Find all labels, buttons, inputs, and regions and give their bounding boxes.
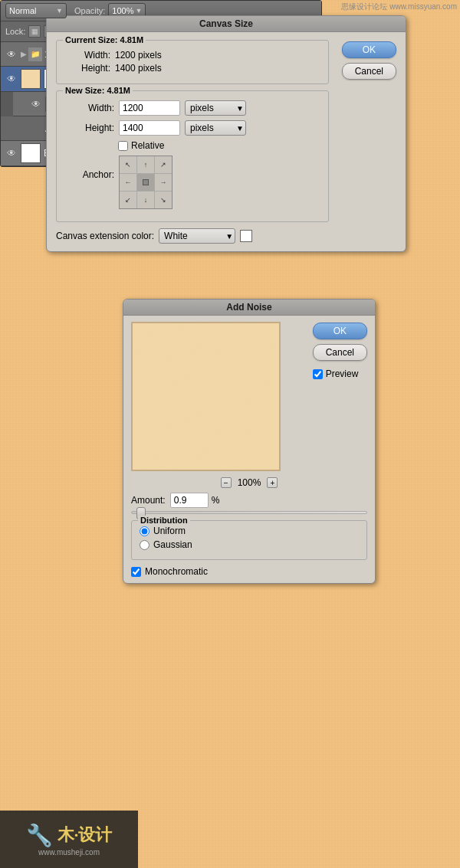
noise-preview-row: Preview: [313, 368, 367, 379]
anchor-grid[interactable]: ↖ ↑ ↗ ← → ↙ ↓ ↘: [119, 156, 172, 209]
anchor-bot-right[interactable]: ↘: [155, 192, 172, 208]
monochromatic-row: Monochromatic: [123, 566, 375, 583]
opacity-text: 100%: [112, 6, 133, 15]
uniform-radio[interactable]: [140, 526, 150, 536]
noise-preview-box: [131, 322, 281, 471]
new-size-group: New Size: 4.81M Width: pixels ▼ Height: …: [56, 90, 329, 222]
monochromatic-label: Monochromatic: [145, 566, 208, 577]
uniform-row: Uniform: [140, 526, 359, 536]
new-width-input[interactable]: [119, 100, 180, 116]
width-unit-arrow: ▼: [236, 104, 244, 113]
noise-slider-container: [123, 511, 375, 514]
current-size-label: Current Size: 4.81M: [63, 35, 146, 44]
current-height-value: 1400 pixels: [115, 63, 162, 74]
extension-color-label: Canvas extension color:: [56, 231, 154, 241]
layer-thumb-background: [21, 69, 41, 89]
layer-eye-smart-filters[interactable]: 👁: [28, 97, 44, 112]
logo-icon: 🔧: [26, 823, 53, 848]
anchor-bot-left[interactable]: ↙: [120, 192, 136, 208]
blend-mode-select[interactable]: Normal ▼: [5, 3, 67, 18]
new-height-input[interactable]: [119, 120, 180, 136]
width-unit-label: pixels: [190, 103, 214, 113]
logo-text-main: 木·设计: [58, 824, 113, 847]
layer-eye-group[interactable]: 👁: [4, 47, 19, 62]
opacity-arrow: ▼: [136, 7, 143, 15]
lock-transparent-icon[interactable]: ▦: [28, 25, 41, 38]
anchor-top-right[interactable]: ↗: [155, 156, 172, 173]
layer-thumb-base: [21, 143, 41, 163]
zoom-out-button[interactable]: −: [221, 477, 232, 488]
logo-text-sub: www.musheji.com: [38, 848, 100, 857]
noise-preview-checkbox[interactable]: [313, 369, 323, 379]
extension-color-arrow: ▼: [225, 232, 233, 241]
amount-unit: %: [212, 495, 220, 506]
noise-cancel-button[interactable]: Cancel: [313, 344, 367, 361]
noise-slider-track[interactable]: [131, 511, 367, 514]
canvas-size-dialog: Canvas Size Current Size: 4.81M Width: 1…: [46, 15, 406, 252]
noise-buttons: OK Cancel Preview: [313, 323, 367, 379]
anchor-mid-left[interactable]: ←: [120, 174, 136, 191]
add-noise-title: Add Noise: [123, 300, 375, 316]
amount-label: Amount:: [131, 495, 166, 506]
anchor-bot-center[interactable]: ↓: [137, 192, 154, 208]
new-size-label: New Size: 4.81M: [63, 86, 133, 95]
anchor-top-center[interactable]: ↑: [137, 156, 154, 173]
zoom-percent: 100%: [238, 477, 261, 488]
extension-color-swatch[interactable]: [240, 230, 252, 242]
monochromatic-checkbox[interactable]: [131, 567, 141, 577]
amount-row: Amount: %: [123, 493, 375, 508]
layer-expand-arrow[interactable]: ▶: [21, 50, 27, 58]
gaussian-label: Gaussian: [153, 539, 192, 550]
height-unit-label: pixels: [190, 123, 214, 133]
current-width-label: Width:: [64, 50, 110, 61]
bottom-logo: 🔧 木·设计 www.musheji.com: [0, 811, 138, 868]
noise-ok-button[interactable]: OK: [313, 323, 367, 339]
distribution-group: Distribution Uniform Gaussian: [131, 520, 367, 560]
blend-mode-arrow: ▼: [56, 7, 63, 15]
extension-color-select[interactable]: White ▼: [159, 228, 235, 244]
zoom-in-button[interactable]: +: [267, 477, 278, 488]
relative-checkbox[interactable]: [118, 141, 128, 151]
height-unit-select[interactable]: pixels ▼: [185, 120, 246, 136]
layer-eye-add-noise[interactable]: [28, 121, 44, 136]
gaussian-row: Gaussian: [140, 539, 359, 550]
extension-color-row: Canvas extension color: White ▼: [56, 228, 329, 244]
anchor-mid-right[interactable]: →: [155, 174, 172, 191]
anchor-label: Anchor:: [64, 156, 114, 180]
layer-eye-base[interactable]: 👁: [4, 146, 19, 161]
canvas-size-title: Canvas Size: [47, 16, 406, 32]
distribution-label: Distribution: [138, 516, 190, 525]
anchor-center[interactable]: [137, 174, 154, 191]
canvas-ok-button[interactable]: OK: [342, 41, 396, 58]
relative-label: Relative: [131, 140, 164, 151]
opacity-label: Opacity:: [74, 6, 105, 15]
folder-icon: 📁: [28, 47, 42, 61]
canvas-cancel-button[interactable]: Cancel: [342, 63, 396, 80]
blend-mode-value: Normal: [9, 6, 36, 15]
noise-preview-label: Preview: [326, 368, 359, 379]
width-unit-select[interactable]: pixels ▼: [185, 100, 246, 116]
lock-label: Lock:: [5, 27, 25, 36]
add-noise-dialog: Add Noise OK Cancel Preview − 100% + Amo…: [123, 299, 376, 584]
gaussian-radio[interactable]: [140, 540, 150, 550]
extension-color-value: White: [164, 231, 188, 241]
zoom-bar: − 100% +: [123, 477, 375, 488]
watermark: 思缘设计论坛 www.missyuan.com: [341, 2, 457, 12]
new-height-label: Height:: [64, 123, 114, 133]
anchor-container: Anchor: ↖ ↑ ↗ ← → ↙ ↓ ↘: [64, 156, 320, 209]
height-unit-arrow: ▼: [236, 124, 244, 133]
new-width-label: Width:: [64, 103, 114, 113]
current-height-label: Height:: [64, 63, 110, 74]
layer-eye-background[interactable]: 👁: [4, 71, 19, 87]
relative-row: Relative: [118, 140, 320, 151]
current-width-value: 1200 pixels: [115, 50, 162, 61]
uniform-label: Uniform: [153, 526, 186, 536]
amount-input[interactable]: [170, 493, 209, 508]
canvas-size-buttons: OK Cancel: [342, 41, 396, 80]
current-size-group: Current Size: 4.81M Width: 1200 pixels H…: [56, 40, 329, 84]
anchor-top-left[interactable]: ↖: [120, 156, 136, 173]
